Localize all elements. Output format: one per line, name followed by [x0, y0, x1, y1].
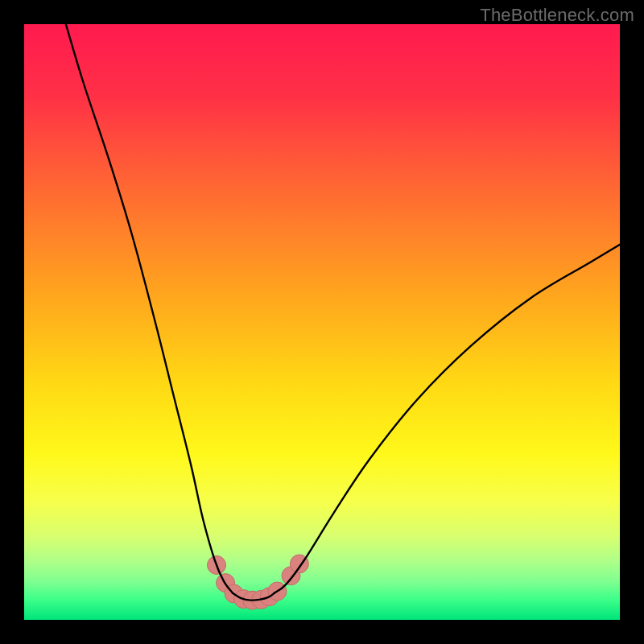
- plot-area: [24, 24, 620, 620]
- curve-layer: [24, 24, 620, 620]
- curve-left-branch: [66, 24, 233, 593]
- watermark-text: TheBottleneck.com: [480, 5, 634, 26]
- curve-right-branch: [275, 245, 620, 593]
- chart-frame: TheBottleneck.com: [0, 0, 644, 644]
- marker-group: [208, 555, 309, 609]
